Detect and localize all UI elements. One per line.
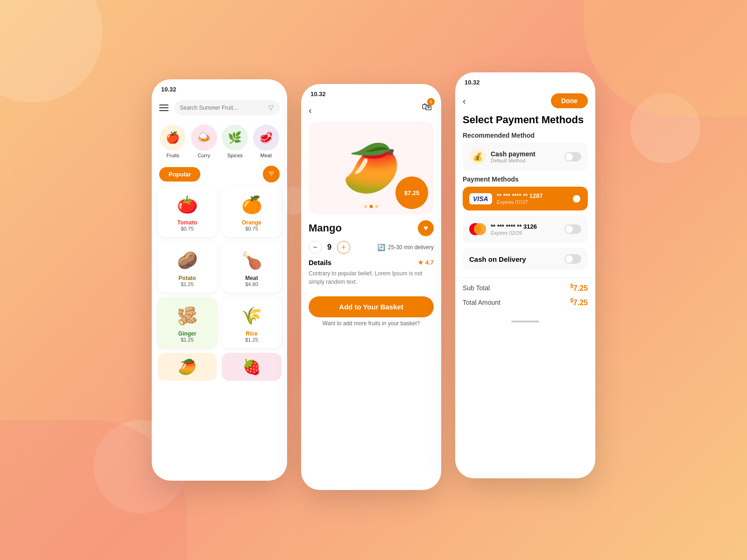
cod-toggle[interactable]: [564, 254, 581, 264]
filter-button[interactable]: [263, 166, 280, 182]
fruits-label: Fruits: [167, 153, 180, 158]
cod-label: Cash on Delivery: [469, 255, 526, 263]
total-value: $7.25: [570, 297, 588, 307]
popular-button[interactable]: Popular: [159, 167, 200, 182]
basket-icon-wrap[interactable]: 🛍 1: [422, 101, 432, 113]
mastercard-info: ** *** **** ** 3126 Expires 02/26: [491, 223, 560, 236]
ginger-emoji: 🫚: [177, 303, 198, 329]
cash-toggle[interactable]: [564, 152, 581, 161]
ginger-price: $1.25: [181, 337, 194, 343]
tomato-emoji: 🍅: [177, 192, 198, 217]
cash-method-name: Cash payment: [491, 150, 560, 158]
product-tomato[interactable]: 🍅 Tomato $0.75: [157, 186, 217, 237]
delivery-icon: 🔄: [377, 244, 385, 251]
cash-method-info: Cash payment Default Method: [491, 150, 560, 163]
meat-name: Meat: [245, 275, 258, 281]
price-badge: $7.25: [395, 176, 428, 209]
mastercard-card[interactable]: ** *** **** ** 3126 Expires 02/26: [463, 215, 588, 243]
star-icon: ★: [418, 259, 423, 266]
subtotal-value: $7.25: [570, 283, 588, 293]
status-time-1: 10.32: [161, 86, 176, 93]
rice-price: $1.25: [245, 337, 258, 343]
product-orange[interactable]: 🍊 Orange $0.75: [222, 186, 282, 237]
mastercard-number: ** *** **** ** 3126: [491, 223, 560, 230]
rice-emoji: 🌾: [241, 303, 262, 329]
phone2-header: ‹ 🛍 1: [301, 101, 441, 121]
payment-back-button[interactable]: ‹: [463, 96, 466, 106]
fruits-circle: 🍎: [160, 125, 186, 151]
phones-wrapper: 10.32 🍎 Fruits 🍛: [152, 70, 595, 490]
visa-card[interactable]: VISA ** *** **** ** 1287 Expires 07/27: [463, 187, 588, 210]
product-ginger[interactable]: 🫚 Ginger $1.25: [157, 297, 217, 348]
product-image-area: 🥭 $7.25: [309, 121, 434, 215]
category-curry[interactable]: 🍛 Curry: [191, 125, 217, 158]
potato-emoji: 🥔: [177, 247, 198, 273]
phone3-header: ‹ Done: [455, 90, 595, 114]
total-section: Sub Total $7.25 Total Amount $7.25: [455, 278, 595, 317]
product-main-emoji: 🥭: [342, 140, 401, 196]
back-button[interactable]: ‹: [309, 105, 312, 116]
dot-1[interactable]: [364, 205, 367, 208]
category-spices[interactable]: 🌿 Spices: [222, 125, 248, 158]
curry-label: Curry: [197, 153, 210, 158]
product-rice[interactable]: 🌾 Rice $1.25: [222, 297, 282, 348]
product-title-row: Mango ♥: [309, 220, 434, 236]
qty-increase[interactable]: +: [337, 241, 350, 254]
meat-circle: 🥩: [253, 125, 279, 151]
cash-payment-card[interactable]: 💰 Cash payment Default Method: [463, 143, 588, 171]
payment-methods-label: Payment Methods: [455, 175, 595, 187]
mastercard-toggle[interactable]: [564, 224, 581, 234]
categories-row: 🍎 Fruits 🍛 Curry 🌿 Spices 🥩 Meat: [152, 121, 287, 162]
menu-icon[interactable]: [159, 105, 169, 111]
spices-circle: 🌿: [222, 125, 248, 151]
bottom-partial: 🥭 🍓: [152, 348, 287, 381]
location-icon: [268, 104, 274, 112]
products-grid: 🍅 Tomato $0.75 🍊 Orange $0.75 🥔 Potato $…: [152, 186, 287, 348]
coin-icon: 💰: [469, 148, 486, 165]
add-to-basket-button[interactable]: Add to Your Basket: [309, 296, 434, 317]
spices-label: Spices: [227, 153, 243, 158]
search-bar[interactable]: [174, 100, 280, 115]
phone1-header: [152, 97, 287, 121]
phone-payment: 10.32 ‹ Done Select Payment Methods Reco…: [455, 72, 595, 478]
delivery-info: 🔄 25-30 min delivery: [377, 244, 434, 251]
orange-emoji: 🍊: [241, 192, 262, 217]
visa-logo: VISA: [469, 193, 492, 204]
basket-badge: 1: [427, 98, 435, 105]
product-title: Mango: [309, 222, 342, 234]
dot-2[interactable]: [370, 205, 373, 208]
cod-row: Cash on Delivery: [463, 248, 588, 270]
visa-expiry: Expires 07/27: [497, 199, 560, 205]
done-button[interactable]: Done: [551, 93, 588, 108]
product-potato[interactable]: 🥔 Potato $1.25: [157, 242, 217, 293]
svg-marker-0: [268, 105, 274, 111]
category-fruits[interactable]: 🍎 Fruits: [160, 125, 186, 158]
potato-name: Potato: [178, 275, 196, 281]
phone-detail: 10.32 ‹ 🛍 1 🥭 $7.25: [301, 84, 441, 490]
category-meat[interactable]: 🥩 Meat: [253, 125, 279, 158]
total-label: Total Amount: [463, 299, 500, 306]
heart-button[interactable]: ♥: [418, 220, 434, 236]
delivery-time: 25-30 min delivery: [388, 244, 434, 251]
product-meat[interactable]: 🍗 Meat $4.80: [222, 242, 282, 293]
image-dots: [364, 205, 379, 208]
ginger-name: Ginger: [178, 330, 197, 337]
details-title: Details: [309, 259, 331, 266]
mastercard-icon: [469, 221, 486, 238]
meat-emoji: 🍗: [241, 247, 262, 273]
search-input[interactable]: [180, 105, 264, 111]
meat-label: Meat: [261, 153, 272, 158]
details-text: Contrary to popular belief, Lorem Ipsum …: [309, 269, 434, 286]
details-section: Details ★ 4.7 Contrary to popular belief…: [301, 254, 441, 291]
payment-title: Select Payment Methods: [455, 114, 595, 132]
rating-value: 4.7: [425, 259, 434, 266]
more-fruits-text: Want to add more fruits in your basket?: [301, 320, 441, 327]
orange-name: Orange: [242, 219, 261, 226]
qty-value: 9: [327, 243, 331, 252]
visa-toggle[interactable]: [564, 194, 581, 203]
dot-3[interactable]: [375, 205, 379, 208]
qty-decrease[interactable]: −: [309, 241, 322, 254]
visa-info: ** *** **** ** 1287 Expires 07/27: [497, 192, 560, 205]
bottom-bar: [511, 321, 539, 322]
details-header: Details ★ 4.7: [309, 259, 434, 266]
